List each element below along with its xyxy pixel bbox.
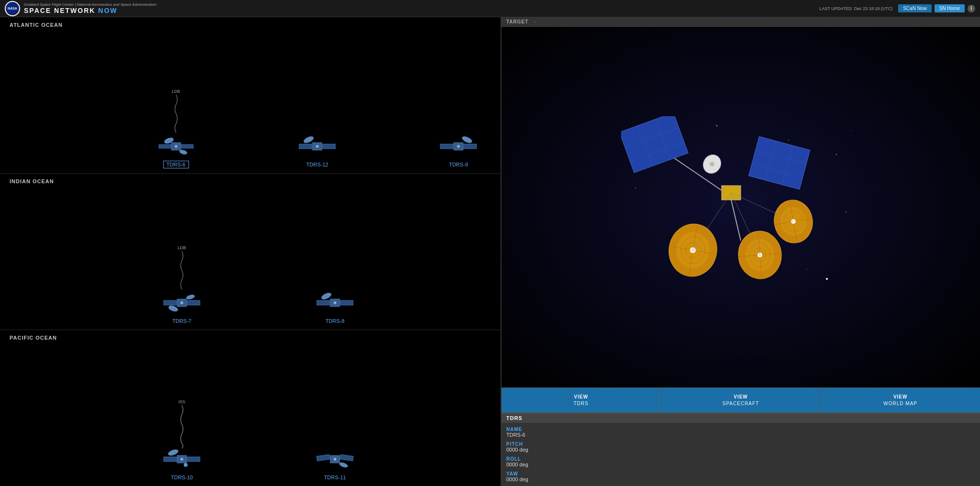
tdrs7-icon [163,288,201,317]
header-subtitle: Goddard Space Flight Center | National A… [24,2,156,7]
svg-point-41 [788,140,789,141]
orbit-line-tdrs10 [177,405,187,448]
svg-point-45 [846,211,846,212]
ldb-label-tdrs7: LDB [178,245,186,250]
svg-rect-55 [749,136,810,189]
app-header: NASA Goddard Space Flight Center | Natio… [0,0,980,17]
svg-point-46 [807,269,808,270]
tdrs10-name[interactable]: TDRS-10 [167,474,196,481]
svg-point-26 [334,301,336,304]
ldb-label-tdrs6: LDB [172,89,180,94]
svg-point-37 [334,458,336,461]
satellite-item-tdrs6[interactable]: LDB [134,132,218,168]
indian-satellites-row: LDB TDRS-7 [0,186,501,330]
tdrs12-icon [298,132,336,161]
svg-rect-17 [164,300,177,305]
tdrs-panel-header: TDRS [501,413,980,423]
svg-point-36 [339,462,348,468]
orbit-line-tdrs7 [177,251,187,292]
svg-rect-34 [316,454,330,461]
view-buttons-row: VIEW TDRS VIEW SPACECRAFT VIEW WORLD MAP [501,387,980,412]
svg-point-21 [180,301,183,304]
view-tdrs-label-bottom: TDRS [574,400,589,407]
tdrs6-icon [157,132,195,161]
target-value: - [534,19,535,24]
tdrs8-name[interactable]: TDRS-8 [322,317,348,325]
atlantic-ocean-label: ATLANTIC OCEAN [0,22,501,28]
svg-rect-7 [299,144,312,149]
target-label: TARGET [506,19,528,24]
view-worldmap-label-bottom: WORLD MAP [883,400,917,407]
header-right: LAST UPDATED: Dec 23 18:18 (UTC) SCaN No… [819,4,975,12]
tdrs-name-row: NAME TDRS-6 [506,427,975,438]
svg-rect-18 [187,300,200,305]
main-content: ATLANTIC OCEAN LDB [0,17,980,486]
view-spacecraft-button[interactable]: VIEW SPACECRAFT [661,388,821,412]
svg-rect-1 [159,144,171,148]
tdrs-pitch-key: PITCH [506,442,975,447]
tdrs-roll-value: 0000 deg [506,462,975,467]
svg-rect-35 [340,454,353,461]
satellite-item-tdrs12[interactable]: TDRS-12 [275,132,359,168]
iss-label-tdrs10: ISS [178,399,186,404]
view-worldmap-label-top: VIEW [893,394,908,400]
sn-home-button[interactable]: SN Home [935,4,965,12]
atlantic-satellites-row: LDB [0,30,501,173]
tdrs-name-value: TDRS-6 [506,432,975,438]
svg-point-42 [836,154,837,155]
tdrs-info-content: NAME TDRS-6 PITCH 0000 deg ROLL 0000 deg… [501,423,980,486]
tdrs-info-panel: TDRS NAME TDRS-6 PITCH 0000 deg ROLL 000… [501,412,980,486]
view-spacecraft-label-top: VIEW [734,394,748,400]
view-worldmap-button[interactable]: VIEW WORLD MAP [821,388,980,412]
svg-rect-8 [323,144,335,149]
indian-ocean-section: INDIAN OCEAN LDB [0,174,501,330]
svg-rect-2 [181,144,193,148]
tdrs-yaw-row: YAW 0000 deg [506,471,975,482]
svg-point-44 [635,188,636,188]
view-tdrs-label-top: VIEW [574,394,589,400]
nasa-logo: NASA [5,1,20,16]
svg-point-15 [457,145,460,148]
satellite-item-tdrs10[interactable]: ISS TDRS-10 [134,445,230,481]
tdrs6-name[interactable]: TDRS-6 [163,161,189,168]
header-now-highlight: NOW [98,7,117,14]
header-app-name: SPACE NETWORK NOW [24,7,156,14]
tdrs12-name[interactable]: TDRS-12 [303,161,332,168]
satellite-item-tdrs7[interactable]: LDB TDRS-7 [134,288,230,325]
tdrs-yaw-value: 0000 deg [506,476,975,482]
right-panel: TARGET - [501,17,980,486]
svg-rect-13 [464,144,477,149]
tdrs-pitch-row: PITCH 0000 deg [506,442,975,453]
pacific-ocean-section: PACIFIC OCEAN ISS [0,330,501,486]
satellite-item-tdrs8[interactable]: TDRS-8 [287,288,383,325]
svg-point-5 [175,145,178,148]
svg-rect-12 [440,144,453,149]
indian-ocean-label: INDIAN OCEAN [0,178,501,184]
tdrs-pitch-value: 0000 deg [506,447,975,453]
scan-now-button[interactable]: SCaN Now [898,4,931,12]
satellite-item-tdrs11[interactable]: TDRS-11 [287,445,383,481]
tdrs9-name[interactable]: TDRS-9 [445,161,471,168]
tdrs11-name[interactable]: TDRS-11 [321,474,349,481]
spacecraft-display [501,27,980,387]
view-spacecraft-label-bottom: SPACECRAFT [723,400,759,407]
svg-point-32 [184,463,188,467]
spacecraft-svg [621,116,860,298]
last-updated-label: LAST UPDATED: Dec 23 18:18 (UTC) [819,6,892,11]
pacific-ocean-label: PACIFIC OCEAN [0,335,501,341]
satellites-panel: ATLANTIC OCEAN LDB [0,17,501,486]
tdrs11-icon [316,445,354,474]
tdrs-name-key: NAME [506,427,975,432]
info-icon[interactable]: i [968,5,975,12]
svg-point-20 [186,294,195,300]
svg-rect-29 [187,457,200,462]
svg-rect-23 [317,300,330,305]
satellite-item-tdrs9[interactable]: TDRS-9 [417,132,501,168]
atlantic-ocean-section: ATLANTIC OCEAN LDB [0,17,501,174]
tdrs7-name[interactable]: TDRS-7 [169,317,195,325]
view-tdrs-button[interactable]: VIEW TDRS [501,388,661,412]
tdrs8-icon [316,288,354,317]
svg-point-43 [850,130,851,131]
svg-rect-28 [164,457,177,462]
tdrs9-icon [439,132,478,161]
